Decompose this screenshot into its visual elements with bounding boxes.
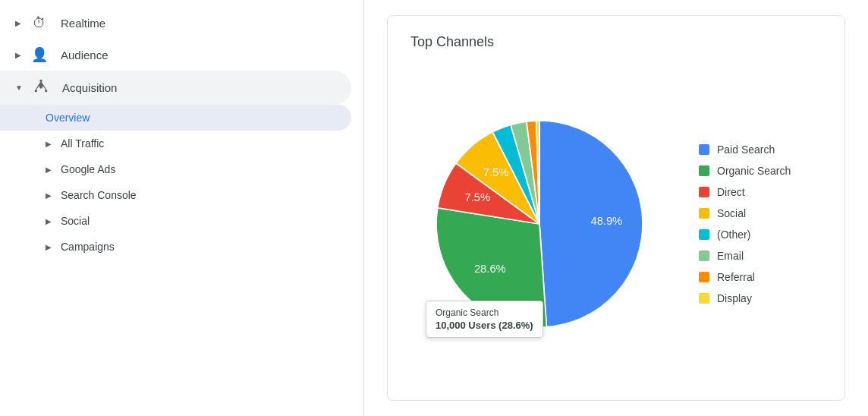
pie-chart: 48.9%28.6%7.5%7.5% Organic Search 10,000…: [410, 95, 668, 353]
sidebar-item-all-traffic[interactable]: ▶ All Traffic: [0, 131, 351, 156]
sidebar-item-social-label: Social: [61, 215, 90, 227]
audience-icon: 👤: [30, 46, 49, 63]
legend-label-paid-search: Paid Search: [717, 143, 775, 156]
svg-point-0: [39, 80, 42, 82]
sidebar-item-acquisition-label: Acquisition: [62, 81, 118, 94]
sidebar-item-campaigns[interactable]: ▶ Campaigns: [0, 234, 351, 260]
legend-color-referral: [699, 272, 709, 282]
campaigns-arrow-icon: ▶: [46, 243, 52, 251]
legend-label-email: Email: [717, 250, 744, 262]
legend-color-organic-search: [699, 165, 709, 176]
legend-label-organic-search: Organic Search: [717, 165, 791, 177]
google-ads-arrow-icon: ▶: [46, 165, 52, 174]
sidebar: ▶ ⏱ Realtime ▶ 👤 Audience ▼ Acquisition …: [0, 0, 364, 416]
legend-color-social: [699, 208, 709, 219]
legend-color-email: [699, 251, 709, 261]
legend-label-other: (Other): [717, 228, 750, 241]
chart-tooltip: Organic Search 10,000 Users (28.6%): [426, 301, 543, 338]
legend-color-display: [699, 293, 709, 304]
legend-label-referral: Referral: [717, 271, 755, 283]
svg-text:48.9%: 48.9%: [590, 214, 622, 226]
legend-item-display: Display: [699, 292, 791, 304]
chart-legend: Paid Search Organic Search Direct Social…: [699, 143, 791, 304]
sidebar-item-google-ads[interactable]: ▶ Google Ads: [0, 156, 351, 182]
all-traffic-arrow-icon: ▶: [46, 140, 52, 148]
sidebar-item-audience[interactable]: ▶ 👤 Audience: [0, 39, 351, 71]
sidebar-item-social[interactable]: ▶ Social: [0, 208, 351, 234]
legend-item-email: Email: [699, 250, 791, 262]
legend-item-referral: Referral: [699, 271, 791, 283]
sidebar-item-google-ads-label: Google Ads: [61, 163, 115, 175]
sidebar-item-realtime-label: Realtime: [61, 17, 105, 30]
main-content: Top Channels 48.9%28.6%7.5%7.5%: [364, 0, 868, 416]
sidebar-item-search-console-label: Search Console: [61, 189, 137, 201]
chart-area: 48.9%28.6%7.5%7.5% Organic Search 10,000…: [410, 65, 822, 382]
legend-item-social: Social: [699, 207, 791, 219]
legend-color-direct: [699, 187, 709, 197]
search-console-arrow-icon: ▶: [46, 191, 52, 200]
sidebar-item-overview[interactable]: Overview: [0, 105, 351, 131]
legend-label-social: Social: [717, 207, 746, 219]
top-channels-card: Top Channels 48.9%28.6%7.5%7.5%: [387, 15, 845, 401]
legend-item-paid-search: Paid Search: [699, 143, 791, 156]
realtime-arrow-icon: ▶: [15, 19, 21, 27]
acquisition-arrow-icon: ▼: [15, 84, 23, 92]
sidebar-item-search-console[interactable]: ▶ Search Console: [0, 182, 351, 208]
legend-label-display: Display: [717, 292, 752, 304]
sidebar-item-campaigns-label: Campaigns: [61, 241, 115, 253]
svg-point-2: [45, 90, 47, 92]
sidebar-item-all-traffic-label: All Traffic: [61, 137, 104, 150]
tooltip-title: Organic Search: [436, 307, 533, 318]
legend-color-paid-search: [699, 144, 709, 155]
realtime-icon: ⏱: [30, 15, 49, 31]
svg-text:7.5%: 7.5%: [483, 165, 509, 178]
svg-text:7.5%: 7.5%: [465, 191, 491, 203]
legend-color-other: [699, 229, 709, 240]
acquisition-icon: [32, 78, 50, 97]
svg-point-1: [35, 90, 37, 92]
sidebar-item-audience-label: Audience: [61, 49, 108, 61]
svg-text:28.6%: 28.6%: [474, 262, 506, 274]
sidebar-item-realtime[interactable]: ▶ ⏱ Realtime: [0, 8, 351, 39]
social-arrow-icon: ▶: [46, 217, 52, 225]
tooltip-value: 10,000 Users (28.6%): [436, 320, 533, 331]
sidebar-item-acquisition[interactable]: ▼ Acquisition: [0, 71, 351, 105]
audience-arrow-icon: ▶: [15, 51, 21, 59]
chart-title: Top Channels: [410, 34, 822, 50]
legend-item-other: (Other): [699, 228, 791, 241]
legend-label-direct: Direct: [717, 186, 745, 198]
sidebar-item-overview-label: Overview: [46, 112, 90, 124]
legend-item-organic-search: Organic Search: [699, 165, 791, 177]
legend-item-direct: Direct: [699, 186, 791, 198]
